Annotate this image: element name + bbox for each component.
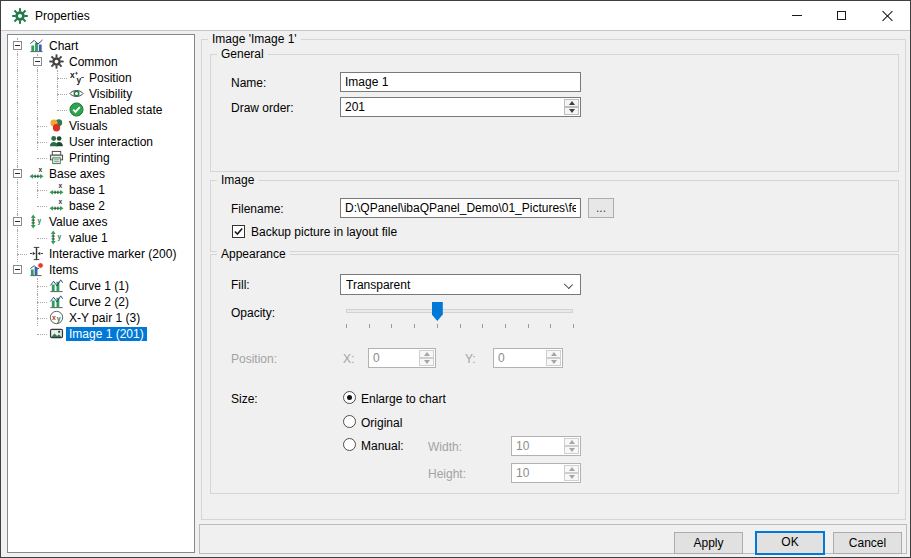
tree-item-label[interactable]: Visuals [66, 119, 110, 133]
opacity-label: Opacity: [231, 306, 275, 320]
tree-item-label[interactable]: Items [46, 263, 81, 277]
size-label: Size: [231, 392, 258, 406]
tree-item-base-axes[interactable]: xBase axes [8, 166, 194, 182]
tree-guide [17, 102, 18, 118]
tree-item-printing[interactable]: Printing [8, 150, 194, 166]
tree-connector [37, 142, 47, 143]
eye-icon [69, 86, 84, 101]
browse-button[interactable]: ... [588, 198, 614, 218]
cancel-button[interactable]: Cancel [833, 532, 902, 554]
opacity-slider[interactable] [346, 302, 573, 330]
marker-icon [29, 246, 44, 261]
close-button[interactable] [865, 1, 910, 30]
x-value: 0 [373, 351, 380, 365]
minimize-button[interactable] [774, 1, 819, 30]
svg-text:x: x [38, 166, 42, 173]
tree-item-base-1[interactable]: xbase 1 [8, 182, 194, 198]
spin-up-icon[interactable] [564, 99, 579, 107]
size-radio-manual-label: Manual: [361, 439, 404, 453]
tree-item-visibility[interactable]: Visibility [8, 86, 194, 102]
image-group-box: Image 'Image 1' General Name: Draw order… [201, 39, 906, 520]
tree-item-chart[interactable]: Chart [8, 38, 194, 54]
curve-icon [49, 278, 64, 293]
tree-item-enabled-state[interactable]: Enabled state [8, 102, 194, 118]
size-radio-enlarge-label: Enlarge to chart [361, 392, 446, 406]
general-group-box: General Name: Draw order: 201 [210, 54, 899, 172]
printer-icon [49, 150, 64, 165]
y-stepper: 0 [493, 348, 563, 368]
tree-item-image-1-201[interactable]: Image 1 (201) [8, 326, 194, 342]
ok-button[interactable]: OK [755, 531, 825, 555]
backup-checkbox[interactable] [232, 225, 245, 238]
maximize-button[interactable] [819, 1, 864, 30]
tree-connector [37, 190, 47, 191]
collapse-icon[interactable] [13, 217, 22, 226]
apply-button[interactable]: Apply [674, 532, 743, 554]
appearance-group-box: Appearance Fill: Transparent Opacity: Po… [210, 254, 899, 494]
tree-item-label[interactable]: Position [86, 71, 135, 85]
tree-item-label[interactable]: Image 1 (201) [66, 327, 147, 341]
visuals-icon [49, 118, 64, 133]
tree-connector [37, 126, 47, 127]
tree-item-visuals[interactable]: Visuals [8, 118, 194, 134]
fill-dropdown[interactable]: Transparent [340, 274, 581, 295]
collapse-icon[interactable] [13, 265, 22, 274]
tree-item-label[interactable]: base 2 [66, 199, 108, 213]
tree-item-label[interactable]: Value axes [46, 215, 110, 229]
tree-item-value-1[interactable]: yvalue 1 [8, 230, 194, 246]
svg-text:x: x [70, 70, 75, 80]
tree-connector [37, 158, 47, 159]
name-input[interactable] [340, 72, 581, 92]
filename-input[interactable] [340, 198, 581, 218]
tree-item-label[interactable]: User interaction [66, 135, 156, 149]
axis-y-icon: y [29, 214, 44, 229]
tree-item-label[interactable]: Curve 1 (1) [66, 279, 132, 293]
slider-thumb[interactable] [432, 302, 443, 321]
image-section-title: Image [217, 173, 258, 188]
tree-item-label[interactable]: Enabled state [86, 103, 165, 117]
tree-item-curve-2-2[interactable]: Curve 2 (2) [8, 294, 194, 310]
tree-connector [37, 286, 47, 287]
tree-guide [17, 54, 18, 70]
draw-order-stepper[interactable]: 201 [340, 97, 581, 117]
xy-pair-icon: xy [49, 310, 64, 325]
window-title: Properties [35, 9, 90, 23]
tree-item-label[interactable]: X-Y pair 1 (3) [66, 311, 143, 325]
tree-guide [17, 230, 18, 246]
size-radio-enlarge[interactable] [343, 391, 356, 404]
check-icon [233, 226, 244, 237]
tree-item-curve-1-1[interactable]: Curve 1 (1) [8, 278, 194, 294]
size-radio-manual[interactable] [343, 438, 356, 451]
tree-item-common[interactable]: Common [8, 54, 194, 70]
tree-item-x-y-pair-1-3[interactable]: xyX-Y pair 1 (3) [8, 310, 194, 326]
curve-icon [49, 294, 64, 309]
height-value: 10 [516, 466, 529, 480]
tree-item-user-interaction[interactable]: User interaction [8, 134, 194, 150]
fill-label: Fill: [231, 278, 250, 292]
tree-item-label[interactable]: Chart [46, 39, 81, 53]
tree-item-label[interactable]: Visibility [86, 87, 135, 101]
spin-down-icon[interactable] [564, 107, 579, 115]
tree-item-label[interactable]: Interactive marker (200) [46, 247, 179, 261]
slider-ticks [346, 324, 573, 329]
collapse-icon[interactable] [33, 57, 42, 66]
tree-item-label[interactable]: base 1 [66, 183, 108, 197]
tree-item-items[interactable]: Items [8, 262, 194, 278]
collapse-icon[interactable] [13, 169, 22, 178]
tree-item-label[interactable]: Base axes [46, 167, 108, 181]
tree-item-label[interactable]: Curve 2 (2) [66, 295, 132, 309]
tree-item-value-axes[interactable]: yValue axes [8, 214, 194, 230]
tree-item-label[interactable]: Common [66, 55, 121, 69]
svg-text:x: x [58, 182, 62, 189]
tree-item-label[interactable]: value 1 [66, 231, 111, 245]
position-icon: xy [69, 70, 84, 85]
tree-item-position[interactable]: xyPosition [8, 70, 194, 86]
svg-text:x: x [58, 198, 62, 205]
collapse-icon[interactable] [13, 41, 22, 50]
tree-item-base-2[interactable]: xbase 2 [8, 198, 194, 214]
size-radio-original[interactable] [343, 415, 356, 428]
tree-guide [17, 150, 18, 166]
tree-item-label[interactable]: Printing [66, 151, 113, 165]
slider-track[interactable] [346, 309, 573, 313]
tree-item-interactive-marker-200[interactable]: Interactive marker (200) [8, 246, 194, 262]
